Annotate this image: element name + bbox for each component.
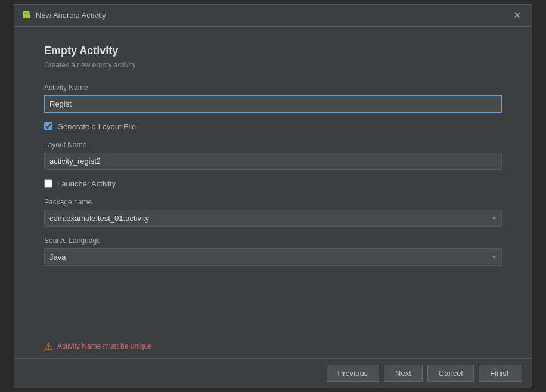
dialog-footer: Previous Next Cancel Finish: [14, 358, 532, 388]
new-android-activity-dialog: New Android Activity ✕ Empty Activity Cr…: [14, 4, 532, 388]
close-button[interactable]: ✕: [510, 10, 525, 21]
spacer: [44, 275, 502, 323]
generate-layout-label[interactable]: Generate a Layout File: [57, 122, 136, 131]
package-name-select[interactable]: com.example.test_01.activity: [44, 210, 502, 227]
layout-name-input[interactable]: [44, 153, 502, 170]
android-icon: [21, 11, 31, 20]
activity-name-label: Activity Name: [44, 83, 502, 92]
launcher-activity-row: Launcher Activity: [44, 179, 502, 188]
title-bar: New Android Activity ✕: [14, 5, 532, 27]
previous-button[interactable]: Previous: [327, 365, 380, 382]
layout-name-label: Layout Name: [44, 141, 502, 149]
generate-layout-checkbox[interactable]: [44, 122, 52, 130]
source-language-wrapper: Java Kotlin ▼: [44, 248, 502, 266]
cancel-button[interactable]: Cancel: [427, 365, 474, 382]
next-button[interactable]: Next: [384, 365, 423, 382]
error-message: Activity Name must be unique: [57, 342, 152, 350]
launcher-activity-checkbox[interactable]: [44, 179, 52, 188]
activity-name-input[interactable]: [44, 95, 502, 113]
section-subtitle: Creates a new empty activity: [44, 61, 502, 69]
source-language-label: Source Language: [44, 237, 502, 245]
svg-rect-1: [23, 14, 30, 18]
generate-layout-row: Generate a Layout File: [44, 122, 502, 131]
finish-button[interactable]: Finish: [479, 365, 522, 382]
package-name-label: Package name: [44, 198, 502, 206]
svg-point-5: [27, 13, 28, 14]
error-icon: ⚠: [44, 341, 52, 352]
dialog-title: New Android Activity: [36, 11, 106, 20]
section-title: Empty Activity: [44, 45, 502, 57]
error-section: ⚠ Activity Name must be unique: [14, 335, 532, 358]
package-name-wrapper: com.example.test_01.activity ▼: [44, 210, 502, 227]
title-bar-left: New Android Activity: [21, 11, 106, 20]
dialog-content: Empty Activity Creates a new empty activ…: [14, 27, 532, 335]
svg-point-4: [24, 13, 26, 14]
launcher-activity-label[interactable]: Launcher Activity: [57, 179, 116, 188]
source-language-select[interactable]: Java Kotlin: [44, 248, 502, 266]
